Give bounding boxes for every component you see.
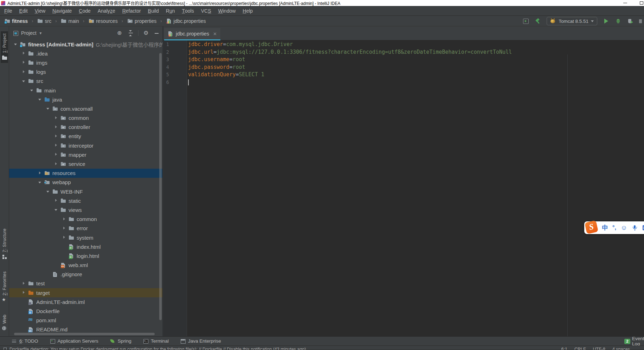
expand-arrow-icon[interactable] (53, 115, 60, 121)
expand-arrow-icon[interactable] (53, 124, 60, 130)
tree-row[interactable]: AdminLTE-admin.iml (9, 297, 162, 306)
tree-row[interactable]: mapper (9, 150, 162, 159)
breadcrumb-item-jdbc.properties[interactable]: jdbc.properties (166, 18, 206, 24)
tree-row[interactable]: service (9, 159, 162, 168)
run-configuration-select[interactable]: Tomcat 8.5.51 (547, 17, 597, 25)
status-widget[interactable]: 6:1 (561, 347, 567, 350)
collapse-all-icon[interactable] (128, 30, 134, 36)
expand-arrow-icon[interactable] (53, 134, 60, 139)
expand-arrow-icon[interactable] (21, 69, 28, 75)
stripe-tab-web[interactable]: Web (1, 312, 8, 333)
tree-horizontal-scrollbar[interactable] (14, 333, 155, 335)
toolwindow-toggle-icon[interactable] (4, 348, 7, 350)
code-area[interactable]: jdbc.driver=com.mysql.jdbc.Driverjdbc.ur… (187, 40, 644, 336)
status-widget[interactable]: UTF-8 (593, 347, 605, 350)
breadcrumb-item-main[interactable]: main (60, 18, 79, 24)
expand-arrow-icon[interactable] (21, 78, 28, 84)
sogou-logo-icon[interactable]: S (585, 220, 598, 234)
expand-arrow-icon[interactable] (45, 106, 52, 111)
hide-panel-icon[interactable] (154, 30, 160, 36)
toolwindow-button-terminal[interactable]: Terminal (143, 338, 169, 344)
breadcrumb-item-fitness[interactable]: fitness (4, 18, 28, 24)
tree-row[interactable]: entity (9, 132, 162, 141)
tree-row[interactable]: interceptor (9, 141, 162, 150)
tree-row[interactable]: .idea (9, 49, 162, 58)
menu-item-build[interactable]: Build (144, 6, 162, 15)
expand-arrow-icon[interactable] (21, 290, 28, 296)
status-widget[interactable]: 4 spaces (612, 347, 630, 350)
expand-arrow-icon[interactable] (45, 189, 52, 194)
tree-row[interactable]: login.html (9, 251, 162, 260)
expand-arrow-icon[interactable] (53, 207, 60, 213)
expand-arrow-icon[interactable] (21, 60, 28, 65)
tree-row[interactable]: java (9, 95, 162, 104)
menu-item-file[interactable]: File (1, 6, 16, 15)
toolwindow-button-application-servers[interactable]: Application Servers (50, 338, 98, 344)
tree-row[interactable]: WEB-INF (9, 187, 162, 196)
expand-arrow-icon[interactable] (37, 180, 44, 185)
expand-arrow-icon[interactable] (61, 235, 68, 240)
tree-row[interactable]: resources (9, 169, 162, 178)
stripe-tab-2-favorites[interactable]: 2: Favorites (1, 269, 8, 305)
breadcrumb-item-src[interactable]: src (37, 18, 51, 24)
tree-vertical-scrollbar[interactable] (159, 53, 162, 320)
menu-item-navigate[interactable]: Navigate (49, 6, 75, 15)
ime-emoji-button[interactable]: ☺ (621, 225, 627, 231)
minimize-button[interactable] (623, 3, 627, 4)
tree-row[interactable]: web.xml (9, 261, 162, 270)
tree-row[interactable]: main (9, 86, 162, 95)
tree-row[interactable]: webapp (9, 178, 162, 187)
status-message[interactable]: Dockerfile detection: You may setup Dock… (9, 347, 306, 350)
run-with-coverage-button[interactable] (627, 18, 633, 24)
tree-row[interactable]: Dockerfile (9, 306, 162, 316)
tree-row[interactable]: index.html (9, 242, 162, 251)
run-button[interactable] (603, 18, 609, 24)
menu-item-run[interactable]: Run (162, 6, 179, 15)
maximize-button[interactable] (640, 1, 643, 5)
stripe-tab-1-project[interactable]: 1: Project (1, 31, 8, 63)
breadcrumb-item-resources[interactable]: resources (88, 18, 117, 24)
menu-item-refactor[interactable]: Refactor (119, 6, 144, 15)
expand-arrow-icon[interactable] (53, 143, 60, 148)
expand-arrow-icon[interactable] (29, 88, 36, 93)
expand-arrow-icon[interactable] (37, 170, 44, 176)
tree-row[interactable]: com.vacomall (9, 104, 162, 113)
chevron-down-icon[interactable]: ▼ (39, 31, 43, 35)
expand-arrow-icon[interactable] (61, 226, 68, 231)
ime-punctuation-button[interactable]: °, (612, 225, 616, 231)
tree-row[interactable]: common (9, 215, 162, 224)
locate-file-icon[interactable] (117, 30, 123, 36)
status-widget[interactable]: CRLF (574, 347, 586, 350)
menu-item-window[interactable]: Window (215, 6, 239, 15)
expand-arrow-icon[interactable] (61, 216, 68, 222)
tree-row[interactable]: target (9, 288, 162, 297)
tree-row[interactable]: src (9, 77, 162, 86)
expand-arrow-icon[interactable] (21, 51, 28, 56)
menu-item-tools[interactable]: Tools (178, 6, 197, 15)
menu-item-vcs[interactable]: VCS (198, 6, 215, 15)
tree-row[interactable]: common (9, 114, 162, 123)
toolwindow-button-6-todo[interactable]: 6: TODO (11, 338, 38, 344)
breadcrumb-item-properties[interactable]: properties (127, 18, 156, 24)
event-log-button[interactable]: 2 Event Log (624, 337, 644, 346)
tree-row[interactable]: logs (9, 67, 162, 77)
ime-microphone-icon[interactable] (632, 225, 638, 231)
tree-row[interactable]: pom.xml (9, 316, 162, 325)
tree-row[interactable]: test (9, 279, 162, 288)
expand-arrow-icon[interactable] (37, 97, 44, 102)
expand-arrow-icon[interactable] (53, 152, 60, 157)
toolwindow-button-java-enterprise[interactable]: Java Enterprise (180, 338, 221, 344)
tree-row[interactable]: imgs (9, 58, 162, 67)
editor-body[interactable]: 123456 jdbc.driver=com.mysql.jdbc.Driver… (163, 40, 644, 336)
tree-row[interactable]: error (9, 224, 162, 233)
menu-item-code[interactable]: Code (75, 6, 94, 15)
stripe-tab-7-structure[interactable]: 7: Structure (1, 226, 8, 262)
tree-row[interactable]: fitness [AdminLTE-admin]G:\shejiing\基于微信… (9, 40, 162, 49)
menu-item-help[interactable]: Help (239, 6, 256, 15)
menu-item-edit[interactable]: Edit (16, 6, 31, 15)
expand-arrow-icon[interactable] (53, 161, 60, 167)
gear-icon[interactable] (143, 30, 149, 36)
expand-arrow-icon[interactable] (53, 198, 60, 203)
build-hammer-icon[interactable] (535, 18, 541, 24)
ime-keyboard-button[interactable]: ⌨ (642, 225, 644, 231)
